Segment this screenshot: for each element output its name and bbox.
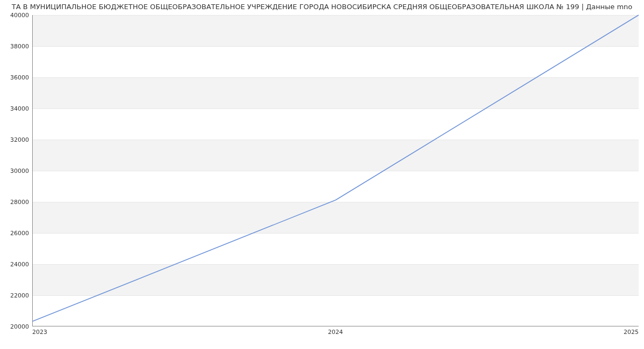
chart-title: ТА В МУНИЦИПАЛЬНОЕ БЮДЖЕТНОЕ ОБЩЕОБРАЗОВ… xyxy=(0,2,644,12)
y-tick-label: 26000 xyxy=(2,230,29,237)
y-tick-label: 28000 xyxy=(2,199,29,206)
y-tick-label: 32000 xyxy=(2,136,29,143)
y-tick-label: 36000 xyxy=(2,74,29,81)
y-tick-label: 30000 xyxy=(2,168,29,174)
plot-area xyxy=(32,15,639,326)
y-tick-label: 20000 xyxy=(2,323,29,330)
x-tick-label: 2024 xyxy=(328,329,343,336)
x-tick-label: 2025 xyxy=(624,329,639,336)
line-chart: ТА В МУНИЦИПАЛЬНОЕ БЮДЖЕТНОЕ ОБЩЕОБРАЗОВ… xyxy=(0,0,644,349)
y-tick-label: 34000 xyxy=(2,105,29,112)
x-tick-label: 2023 xyxy=(32,329,47,336)
y-tick-label: 22000 xyxy=(2,292,29,299)
y-tick-label: 38000 xyxy=(2,43,29,50)
y-tick-label: 24000 xyxy=(2,261,29,268)
y-tick-label: 40000 xyxy=(2,12,29,19)
data-line xyxy=(33,15,639,326)
